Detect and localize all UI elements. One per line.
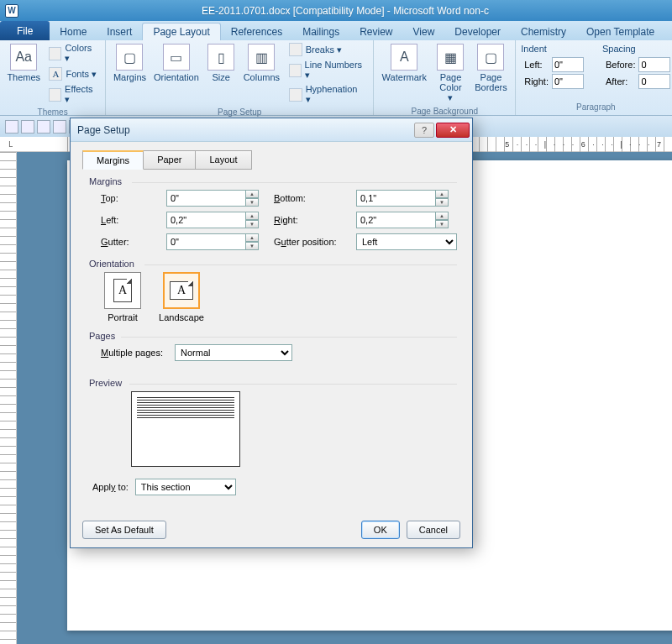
right-input[interactable] [356, 212, 436, 228]
tab-references[interactable]: References [221, 24, 292, 40]
multiple-pages-select[interactable]: Normal [175, 344, 292, 361]
breaks-button[interactable]: Breaks ▾ [286, 42, 369, 57]
left-input[interactable] [166, 212, 246, 228]
word-icon: W [5, 4, 18, 18]
dialog-tabs: Margins Paper Layout [82, 150, 460, 170]
spacing-title: Spacing [602, 44, 670, 54]
dialog-title: Page Setup [77, 124, 414, 136]
app-title-bar: W EE-2011.0701.docx [Compatibility Mode]… [0, 0, 672, 21]
cancel-button[interactable]: Cancel [407, 521, 460, 539]
qat-icon-3[interactable] [37, 120, 50, 134]
bottom-label: Bottom: [274, 193, 341, 203]
colors-icon [49, 47, 61, 60]
qat-save-icon[interactable] [5, 120, 18, 134]
top-input[interactable] [166, 190, 246, 207]
ruler-corner-label: L [8, 140, 13, 149]
ribbon: Aa Themes Colors ▾ AFonts ▾ Effects ▾ Th… [0, 40, 672, 116]
group-label-page-setup: Page Setup [111, 106, 368, 118]
right-spinner[interactable]: ▲▼ [436, 212, 449, 228]
group-paragraph: Indent Left: Right: Spacing Before: [516, 40, 672, 115]
fonts-button[interactable]: AFonts ▾ [45, 66, 100, 81]
line-numbers-button[interactable]: Line Numbers ▾ [286, 59, 369, 81]
tab-review[interactable]: Review [349, 24, 402, 40]
tab-open-template[interactable]: Open Template [576, 24, 664, 40]
apply-to-select[interactable]: This section [135, 479, 236, 495]
gutter-pos-label: Gutter position: [274, 237, 341, 247]
portrait-button[interactable]: A Portrait [101, 272, 144, 322]
line-numbers-icon [289, 64, 302, 77]
watermark-button[interactable]: AWatermark [379, 42, 429, 84]
indent-right-input[interactable] [552, 74, 584, 89]
orientation-button[interactable]: ▭Orientation [152, 42, 201, 84]
fonts-icon: A [49, 67, 62, 81]
hyphenation-button[interactable]: Hyphenation ▾ [286, 83, 369, 106]
spacing-before-input[interactable] [638, 57, 670, 72]
bottom-spinner[interactable]: ▲▼ [436, 190, 449, 207]
spacing-after-input[interactable] [638, 74, 670, 89]
fieldset-pages: Pages Multiple pages: Normal [86, 331, 457, 361]
effects-icon [49, 88, 61, 102]
tab-developer[interactable]: Developer [444, 24, 511, 40]
tab-view[interactable]: View [403, 24, 445, 40]
colors-button[interactable]: Colors ▾ [45, 42, 100, 65]
hyphenation-icon [289, 88, 302, 102]
group-page-bg: AWatermark ▦Page Color ▾ ▢Page Borders P… [374, 40, 516, 115]
tab-file[interactable]: File [0, 21, 50, 40]
spacing-before-label: Before: [606, 60, 635, 70]
fieldset-preview-title: Preview [86, 378, 457, 388]
themes-button[interactable]: Aa Themes [5, 42, 42, 84]
page-borders-button[interactable]: ▢Page Borders [472, 42, 511, 94]
dialog-title-bar[interactable]: Page Setup ? ✕ [71, 118, 472, 142]
gutter-label: Gutter: [101, 237, 151, 247]
fieldset-margins: Margins Top: ▲▼ Bottom: ▲▼ Left: ▲▼ Righ… [86, 176, 457, 250]
indent-left-input[interactable] [552, 57, 584, 72]
fieldset-pages-title: Pages [86, 331, 457, 341]
gutter-spinner[interactable]: ▲▼ [246, 233, 259, 250]
ok-button[interactable]: OK [361, 521, 400, 539]
page-color-icon: ▦ [437, 44, 464, 71]
tab-chemistry[interactable]: Chemistry [511, 24, 576, 40]
dialog-tab-margins[interactable]: Margins [82, 150, 144, 170]
top-spinner[interactable]: ▲▼ [246, 190, 259, 207]
dialog-footer: Set As Default OK Cancel [71, 512, 472, 547]
multiple-pages-label: Multiple pages: [101, 348, 163, 358]
window-title: EE-2011.0701.docx [Compatibility Mode] -… [24, 5, 667, 17]
tab-home[interactable]: Home [50, 24, 97, 40]
vertical-ruler[interactable] [0, 152, 17, 644]
tab-mailings[interactable]: Mailings [292, 24, 349, 40]
qat-icon-2[interactable] [21, 120, 34, 134]
breaks-icon [289, 43, 302, 56]
dialog-help-button[interactable]: ? [414, 123, 434, 138]
watermark-icon: A [391, 44, 417, 71]
left-label: Left: [101, 215, 151, 225]
page-color-button[interactable]: ▦Page Color ▾ [433, 42, 468, 105]
qat-icon-4[interactable] [53, 120, 66, 134]
indent-right-label: Right: [524, 76, 549, 86]
spacing-after-label: After: [606, 76, 635, 86]
page-setup-dialog: Page Setup ? ✕ Margins Paper Layout Marg… [70, 118, 473, 548]
set-as-default-button[interactable]: Set As Default [82, 521, 166, 539]
gutter-pos-select[interactable]: Left [356, 233, 457, 250]
indent-left-label: Left: [524, 60, 549, 70]
fieldset-margins-title: Margins [86, 176, 457, 186]
gutter-input[interactable] [166, 233, 246, 250]
orientation-icon: ▭ [163, 44, 190, 71]
indent-title: Indent [521, 44, 584, 54]
bottom-input[interactable] [356, 190, 436, 207]
group-label-paragraph: Paragraph [521, 101, 670, 113]
columns-button[interactable]: ▥Columns [241, 42, 282, 84]
left-spinner[interactable]: ▲▼ [246, 212, 259, 228]
tab-insert[interactable]: Insert [97, 24, 142, 40]
group-label-page-bg: Page Background [379, 105, 510, 118]
margins-button[interactable]: ▢Margins [111, 42, 149, 84]
dialog-close-button[interactable]: ✕ [436, 123, 470, 138]
dialog-tab-layout[interactable]: Layout [195, 150, 251, 170]
effects-button[interactable]: Effects ▾ [45, 83, 100, 106]
themes-icon: Aa [10, 44, 37, 71]
size-button[interactable]: ▯Size [204, 42, 238, 84]
page-borders-icon: ▢ [477, 44, 504, 71]
right-label: Right: [274, 215, 341, 225]
dialog-tab-paper[interactable]: Paper [143, 150, 196, 170]
tab-page-layout[interactable]: Page Layout [142, 23, 220, 40]
landscape-button[interactable]: A Landscape [160, 272, 203, 322]
